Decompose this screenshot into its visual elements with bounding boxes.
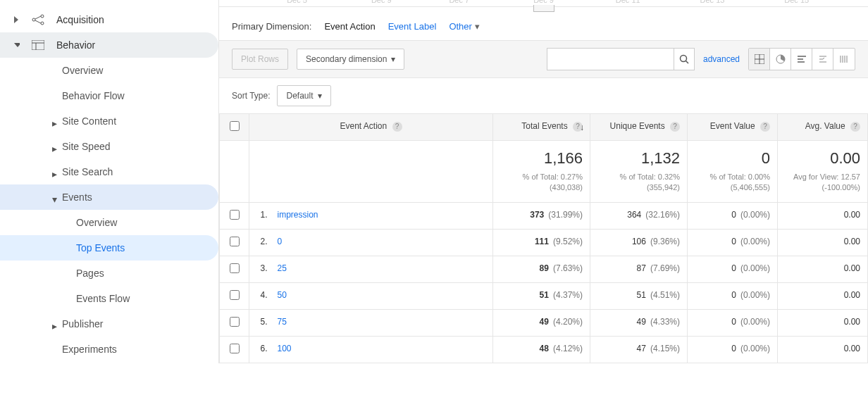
- row-number: 1.: [249, 202, 271, 229]
- label: Overview: [76, 217, 117, 228]
- table-row: 1.impression373(31.99%)364(32.16%)0(0.00…: [220, 202, 868, 229]
- row-number: 4.: [249, 282, 271, 309]
- label: Event Action: [340, 121, 387, 131]
- dimension-event-action[interactable]: Event Action: [324, 21, 375, 32]
- sidebar-item-acquisition[interactable]: Acquisition: [0, 7, 218, 32]
- value-cell: 0(0.00%): [688, 282, 778, 309]
- sidebar-item-behavior-flow[interactable]: Behavior Flow: [0, 83, 218, 108]
- search-input[interactable]: [547, 48, 674, 70]
- svg-rect-3: [32, 40, 44, 50]
- row-checkbox[interactable]: [230, 344, 240, 353]
- event-action-link[interactable]: 75: [278, 317, 287, 327]
- event-action-link[interactable]: 50: [278, 290, 287, 300]
- timeline-tick: Dec 13: [700, 0, 725, 4]
- sidebar-label: Behavior: [56, 39, 95, 51]
- sidebar-item-events-pages[interactable]: Pages: [0, 261, 218, 286]
- table-row: 5.7549(4.20%)49(4.33%)0(0.00%)0.00: [220, 309, 868, 336]
- sidebar-item-events-top[interactable]: Top Events: [0, 235, 218, 261]
- col-event-action[interactable]: Event Action ?: [249, 114, 493, 141]
- svg-point-2: [41, 22, 44, 25]
- view-pivot-icon[interactable]: [833, 49, 855, 70]
- sidebar-item-site-content[interactable]: ▸Site Content: [0, 108, 218, 134]
- avg-cell: 0.00: [778, 256, 868, 282]
- sidebar-item-events-overview[interactable]: Overview: [0, 210, 218, 235]
- event-action-link[interactable]: 25: [278, 263, 287, 273]
- table-row: 2.0111(9.52%)106(9.36%)0(0.00%)0.00: [220, 229, 868, 256]
- caret-down-icon: ▾: [318, 91, 322, 101]
- caret-right-icon: ▸: [52, 168, 57, 180]
- search-button[interactable]: [674, 48, 695, 70]
- svg-rect-13: [798, 58, 803, 60]
- sidebar-label: Acquisition: [56, 14, 104, 25]
- view-bar-icon[interactable]: [791, 49, 812, 70]
- help-icon[interactable]: ?: [670, 122, 680, 132]
- summary-sub: % of Total: 0.32%: [597, 172, 680, 182]
- svg-point-1: [41, 15, 44, 18]
- caret-right-icon: ▸: [52, 143, 57, 154]
- total-cell: 51(4.37%): [493, 282, 590, 309]
- label: Avg. Value: [805, 121, 845, 131]
- view-comparison-icon[interactable]: [812, 49, 833, 70]
- col-unique-events[interactable]: Unique Events ?: [590, 114, 688, 141]
- timeline-handle[interactable]: [533, 5, 554, 12]
- dimension-event-label[interactable]: Event Label: [388, 21, 437, 32]
- summary-sub: % of Total: 0.27%: [500, 172, 583, 182]
- row-checkbox[interactable]: [230, 317, 240, 327]
- row-checkbox[interactable]: [230, 237, 240, 246]
- view-table-icon[interactable]: [749, 49, 770, 70]
- summary-value: 0 % of Total: 0.00% (5,406,555): [688, 141, 778, 203]
- sidebar-item-behavior-overview[interactable]: Overview: [0, 58, 218, 83]
- sidebar-item-site-speed[interactable]: ▸Site Speed: [0, 134, 218, 159]
- value-cell: 0(0.00%): [688, 256, 778, 282]
- table-toolbar: Plot Rows Secondary dimension ▾ advanced: [219, 40, 868, 78]
- sidebar-item-behavior[interactable]: Behavior: [0, 32, 218, 58]
- caret-down-icon: [14, 43, 20, 47]
- select-all-checkbox[interactable]: [230, 121, 240, 131]
- row-checkbox[interactable]: [230, 210, 240, 220]
- summary-total: 1,166 % of Total: 0.27% (430,038): [493, 141, 590, 203]
- primary-dimension-row: Primary Dimension: Event Action Event La…: [219, 7, 868, 40]
- row-checkbox[interactable]: [230, 263, 240, 273]
- label: Events Flow: [76, 293, 130, 304]
- help-icon[interactable]: ?: [850, 122, 860, 132]
- empty-cell: [249, 141, 493, 203]
- avg-cell: 0.00: [778, 202, 868, 229]
- sidebar-item-site-search[interactable]: ▸Site Search: [0, 159, 218, 184]
- table-row: 4.5051(4.37%)51(4.51%)0(0.00%)0.00: [220, 282, 868, 309]
- svg-line-7: [686, 61, 688, 64]
- main-panel: Dec 5 Dec 9 Dec 7 Dec 9 Dec 11 Dec 13 De…: [218, 0, 868, 363]
- help-icon[interactable]: ?: [392, 122, 402, 132]
- timeline-tick: Dec 15: [784, 0, 809, 4]
- sort-type-select[interactable]: Default ▾: [277, 85, 330, 106]
- sort-desc-icon: ↓: [580, 123, 584, 132]
- sidebar-item-experiments[interactable]: Experiments: [0, 337, 218, 362]
- event-action-link[interactable]: 100: [278, 344, 292, 353]
- sidebar-item-events[interactable]: ▾Events: [0, 184, 218, 210]
- advanced-link[interactable]: advanced: [703, 54, 740, 64]
- label: Top Events: [76, 242, 125, 253]
- behavior-icon: [31, 38, 45, 52]
- col-event-value[interactable]: Event Value ?: [688, 114, 778, 141]
- view-pie-icon[interactable]: [770, 49, 791, 70]
- col-total-events[interactable]: Total Events ?↓: [493, 114, 590, 141]
- summary-value: 1,166: [500, 149, 583, 168]
- sidebar-item-events-flow[interactable]: Events Flow: [0, 286, 218, 311]
- summary-sub: Avg for View: 12.57: [785, 172, 860, 182]
- help-icon[interactable]: ?: [760, 122, 770, 132]
- event-action-link[interactable]: 0: [278, 237, 283, 246]
- acquisition-icon: [31, 13, 45, 27]
- summary-sub: % of Total: 0.00%: [695, 172, 770, 182]
- plot-rows-button[interactable]: Plot Rows: [232, 49, 288, 70]
- row-number: 5.: [249, 309, 271, 336]
- col-avg-value[interactable]: Avg. Value ?: [778, 114, 868, 141]
- event-action-link[interactable]: impression: [278, 210, 318, 220]
- label: Other: [449, 21, 472, 32]
- secondary-dimension-button[interactable]: Secondary dimension ▾: [297, 49, 404, 70]
- summary-sub: (5,406,555): [695, 182, 770, 193]
- sidebar-item-publisher[interactable]: ▸Publisher: [0, 311, 218, 337]
- label: Site Speed: [62, 141, 111, 152]
- total-cell: 89(7.63%): [493, 256, 590, 282]
- dimension-other[interactable]: Other ▾: [449, 21, 479, 32]
- label: Unique Events: [610, 121, 665, 131]
- row-checkbox[interactable]: [230, 290, 240, 300]
